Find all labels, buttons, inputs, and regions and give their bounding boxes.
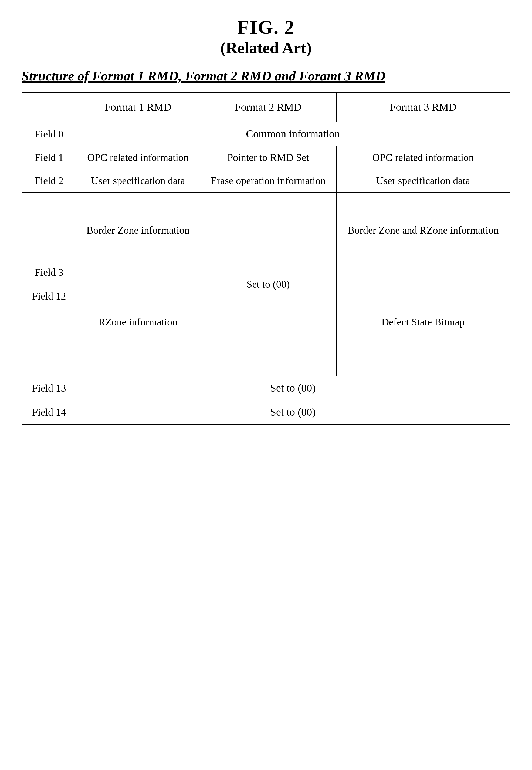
table-row-field1: Field 1 OPC related information Pointer … bbox=[22, 146, 510, 169]
field0-label: Field 0 bbox=[22, 122, 76, 146]
subtitle: Structure of Format 1 RMD, Format 2 RMD … bbox=[22, 68, 510, 84]
table-row-field14: Field 14 Set to (00) bbox=[22, 400, 510, 424]
header-col1: Format 1 RMD bbox=[76, 92, 200, 122]
field3-col2: Set to (00) bbox=[200, 192, 336, 376]
field3-bottom-col3: Defect State Bitmap bbox=[336, 268, 510, 376]
field3-label: Field 3- -Field 12 bbox=[22, 192, 76, 376]
field3-top-col3: Border Zone and RZone information bbox=[336, 192, 510, 268]
title-line1: FIG. 2 bbox=[22, 16, 510, 39]
field0-span: Common information bbox=[76, 122, 510, 146]
field14-span: Set to (00) bbox=[76, 400, 510, 424]
main-table-wrapper: Format 1 RMD Format 2 RMD Format 3 RMD F… bbox=[22, 92, 510, 425]
field13-label: Field 13 bbox=[22, 376, 76, 400]
table-row-field0: Field 0 Common information bbox=[22, 122, 510, 146]
title-line2: (Related Art) bbox=[22, 39, 510, 57]
field3-bottom-col1: RZone information bbox=[76, 268, 200, 376]
rmd-table: Format 1 RMD Format 2 RMD Format 3 RMD F… bbox=[22, 92, 510, 425]
field2-col3: User specification data bbox=[336, 169, 510, 192]
header-col2: Format 2 RMD bbox=[200, 92, 336, 122]
table-row-field2: Field 2 User specification data Erase op… bbox=[22, 169, 510, 192]
field3-top-col1: Border Zone information bbox=[76, 192, 200, 268]
table-row-field13: Field 13 Set to (00) bbox=[22, 376, 510, 400]
field1-col3: OPC related information bbox=[336, 146, 510, 169]
field1-col2: Pointer to RMD Set bbox=[200, 146, 336, 169]
table-row-field3-top: Field 3- -Field 12 Border Zone informati… bbox=[22, 192, 510, 268]
field1-col1: OPC related information bbox=[76, 146, 200, 169]
field13-span: Set to (00) bbox=[76, 376, 510, 400]
table-header-row: Format 1 RMD Format 2 RMD Format 3 RMD bbox=[22, 92, 510, 122]
header-col3: Format 3 RMD bbox=[336, 92, 510, 122]
field14-label: Field 14 bbox=[22, 400, 76, 424]
field1-label: Field 1 bbox=[22, 146, 76, 169]
field2-col1: User specification data bbox=[76, 169, 200, 192]
header-col0 bbox=[22, 92, 76, 122]
field2-col2: Erase operation information bbox=[200, 169, 336, 192]
field2-label: Field 2 bbox=[22, 169, 76, 192]
page-title: FIG. 2 (Related Art) bbox=[22, 16, 510, 57]
